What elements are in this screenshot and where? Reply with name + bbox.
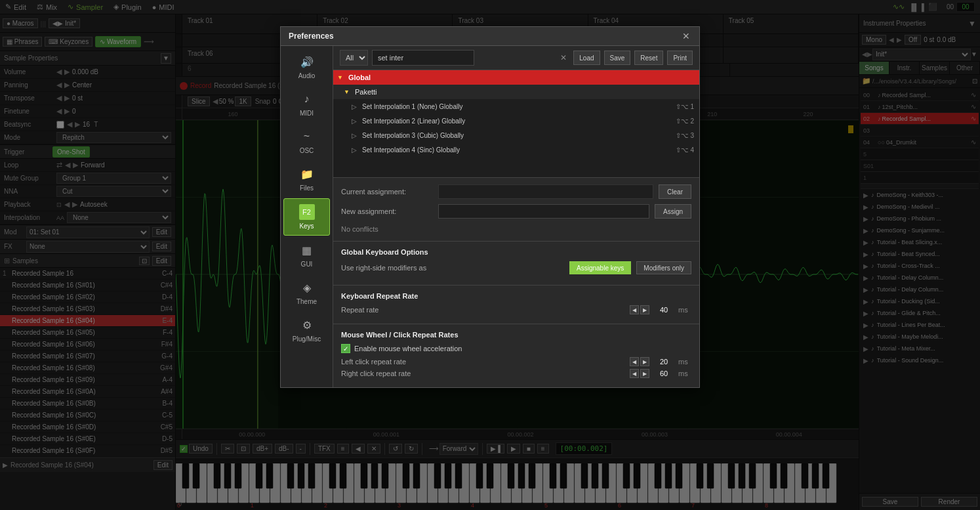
sidebar-files[interactable]: 📁 Files — [283, 161, 330, 197]
search-clear-icon[interactable]: ✕ — [560, 53, 567, 62]
tree-global-label: Global — [348, 74, 371, 81]
right-click-arrow-l[interactable]: ◀ — [630, 369, 639, 378]
interp2-label: Set Interpolation 2 (Linear) Globally — [362, 117, 465, 125]
keyboard-options-title: Global Keyboard Options — [341, 248, 691, 256]
left-click-arrow-l[interactable]: ◀ — [630, 357, 639, 366]
sidebar-audio-label: Audio — [298, 72, 316, 79]
filter-all-select[interactable]: All — [340, 50, 368, 66]
no-conflicts-label: No conflicts — [341, 224, 691, 234]
search-input[interactable] — [372, 50, 474, 66]
keyboard-options-section: Global Keyboard Options Use right-side m… — [333, 241, 699, 285]
modal-overlay[interactable]: Preferences ✕ 🔊 Audio ♪ MIDI ~ OSC — [0, 0, 980, 510]
sidebar-osc-label: OSC — [300, 147, 314, 154]
use-right-label: Use right-side modifiers as — [341, 264, 564, 272]
assign-btn[interactable]: Assign — [655, 204, 691, 219]
osc-icon: ~ — [299, 129, 315, 144]
sidebar-theme[interactable]: ◈ Theme — [283, 274, 330, 310]
current-assignment-label: Current assignment: — [341, 188, 433, 196]
sidebar-osc[interactable]: ~ OSC — [283, 123, 330, 159]
assignment-area: Current assignment: Clear New assignment… — [333, 177, 699, 241]
repeat-rate-row: Repeat rate ◀ ▶ 40 ms — [341, 305, 691, 314]
new-assignment-label: New assignment: — [341, 207, 433, 215]
tree-interp1[interactable]: ▷ Set Interpolation 1 (None) Globally ⇧⌥… — [333, 99, 699, 114]
tree-paketti-group[interactable]: ▼ Paketti — [333, 85, 699, 99]
left-click-value: 20 — [655, 358, 673, 366]
sidebar-gui[interactable]: ▦ GUI — [283, 237, 330, 273]
repeat-value: 40 — [655, 306, 673, 314]
tree-arrow-down2: ▼ — [344, 89, 350, 95]
reset-btn[interactable]: Reset — [634, 51, 663, 65]
theme-icon: ◈ — [299, 280, 315, 295]
right-click-rate-row: Right click repeat rate ◀ ▶ 60 ms — [341, 369, 691, 378]
left-click-label: Left click repeat rate — [341, 358, 624, 366]
interp3-label: Set Interpolation 3 (Cubic) Globally — [362, 132, 464, 139]
new-assignment-row: New assignment: Assign — [341, 204, 691, 219]
repeat-arrow-right[interactable]: ▶ — [640, 305, 649, 314]
leaf-arrow3: ▷ — [352, 132, 357, 139]
tree-paketti-label: Paketti — [355, 88, 377, 96]
right-click-value: 60 — [655, 370, 673, 377]
enable-acceleration-row: ✓ Enable mouse wheel acceleration — [341, 344, 691, 353]
save-btn2[interactable]: Save — [604, 51, 631, 65]
current-assignment-row: Current assignment: Clear — [341, 184, 691, 199]
modal-main-content: All ✕ Load Save Reset Print ▼ — [333, 46, 699, 387]
left-click-unit: ms — [678, 358, 691, 366]
left-click-arrow-r[interactable]: ▶ — [640, 357, 649, 366]
sidebar-midi[interactable]: ♪ MIDI — [283, 86, 330, 122]
sidebar-plugmisc-label: Plug/Misc — [293, 335, 321, 343]
leaf-arrow2: ▷ — [352, 117, 357, 125]
preferences-modal: Preferences ✕ 🔊 Audio ♪ MIDI ~ OSC — [280, 26, 700, 388]
sidebar-plugmisc[interactable]: ⚙ Plug/Misc — [283, 312, 330, 348]
enable-acceleration-label: Enable mouse wheel acceleration — [354, 345, 462, 352]
sidebar-midi-label: MIDI — [300, 110, 314, 117]
tree-interp3[interactable]: ▷ Set Interpolation 3 (Cubic) Globally ⇧… — [333, 128, 699, 142]
clear-btn[interactable]: Clear — [659, 184, 691, 199]
tree-arrow-down: ▼ — [337, 74, 343, 81]
files-icon: 📁 — [299, 166, 315, 182]
tree-interp4[interactable]: ▷ Set Interpolation 4 (Sinc) Globally ⇧⌥… — [333, 142, 699, 157]
sidebar-audio[interactable]: 🔊 Audio — [283, 49, 330, 85]
interp3-shortcut: ⇧⌥ 3 — [676, 132, 694, 139]
midi-icon: ♪ — [299, 91, 315, 107]
new-assignment-input[interactable] — [438, 204, 649, 219]
interp4-label: Set Interpolation 4 (Sinc) Globally — [362, 146, 460, 154]
right-click-label: Right click repeat rate — [341, 370, 624, 377]
repeat-arrow-left[interactable]: ◀ — [630, 305, 639, 314]
load-btn[interactable]: Load — [573, 51, 600, 65]
sidebar-theme-label: Theme — [296, 298, 317, 305]
assignable-keys-btn[interactable]: Assignable keys — [569, 261, 631, 274]
keybinding-tree: ▼ Global ▼ Paketti ▷ Set Interpolation 1… — [333, 70, 699, 177]
repeat-rate-title: Keyboard Repeat Rate — [341, 292, 691, 300]
print-btn[interactable]: Print — [667, 51, 693, 65]
audio-icon: 🔊 — [299, 54, 315, 70]
sidebar-gui-label: GUI — [301, 261, 313, 268]
mouse-wheel-title: Mouse Wheel / Click Repeat Rates — [341, 331, 691, 339]
enable-acceleration-checkbox[interactable]: ✓ — [341, 344, 350, 353]
repeat-unit: ms — [678, 306, 691, 314]
modifiers-only-btn[interactable]: Modifiers only — [636, 261, 691, 274]
interp4-shortcut: ⇧⌥ 4 — [676, 146, 694, 154]
keys-icon: F2 — [299, 204, 315, 220]
leaf-arrow1: ▷ — [352, 103, 357, 110]
modifiers-row: Use right-side modifiers as Assignable k… — [341, 261, 691, 274]
plugmisc-icon: ⚙ — [299, 317, 315, 333]
interp2-shortcut: ⇧⌥ 2 — [676, 117, 694, 125]
right-click-arrow-r[interactable]: ▶ — [640, 369, 649, 378]
modal-close-btn[interactable]: ✕ — [681, 31, 691, 41]
sidebar-files-label: Files — [300, 184, 314, 192]
keyboard-repeat-section: Keyboard Repeat Rate Repeat rate ◀ ▶ 40 … — [333, 285, 699, 324]
mouse-wheel-section: Mouse Wheel / Click Repeat Rates ✓ Enabl… — [333, 324, 699, 387]
right-click-unit: ms — [678, 370, 691, 377]
tree-global-group[interactable]: ▼ Global — [333, 70, 699, 85]
modal-title: Preferences — [289, 32, 334, 41]
sidebar-keys-label: Keys — [299, 223, 314, 230]
sidebar-keys[interactable]: F2 Keys — [283, 198, 330, 236]
interp1-shortcut: ⇧⌥ 1 — [676, 103, 694, 110]
modal-sidebar: 🔊 Audio ♪ MIDI ~ OSC 📁 Files F2 Keys — [281, 46, 333, 387]
tree-interp2[interactable]: ▷ Set Interpolation 2 (Linear) Globally … — [333, 114, 699, 128]
repeat-rate-label: Repeat rate — [341, 306, 624, 314]
keys-toolbar: All ✕ Load Save Reset Print — [333, 46, 699, 70]
left-click-rate-row: Left click repeat rate ◀ ▶ 20 ms — [341, 357, 691, 366]
leaf-arrow4: ▷ — [352, 146, 357, 154]
interp1-label: Set Interpolation 1 (None) Globally — [362, 103, 462, 110]
